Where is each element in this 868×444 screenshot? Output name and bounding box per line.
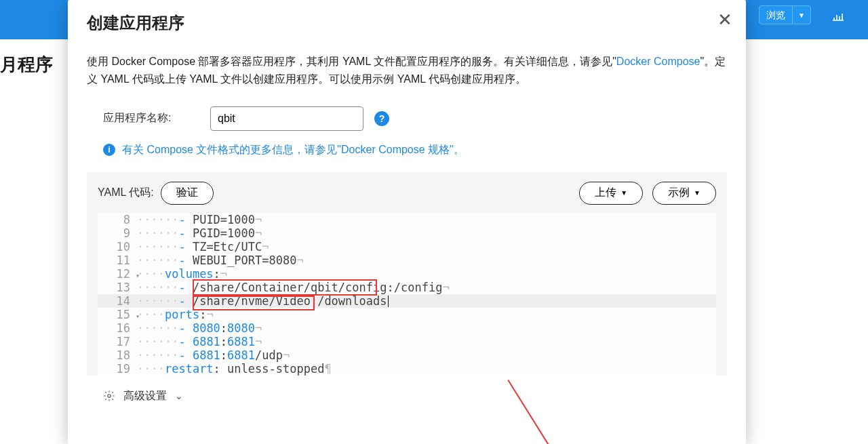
app-name-input[interactable] bbox=[210, 106, 363, 131]
upload-button[interactable]: 上传▼ bbox=[579, 182, 643, 205]
code-line: 9 ······- PGID=1000¬ bbox=[98, 226, 716, 240]
code-line: 19 ····restart: unless-stopped¶ bbox=[98, 362, 716, 376]
chevron-down-icon: ▼ bbox=[694, 189, 701, 197]
info-icon bbox=[103, 144, 115, 156]
advanced-settings-toggle[interactable]: 高级设置 ⌄ bbox=[87, 389, 727, 403]
app-menu-icon[interactable] bbox=[830, 7, 846, 23]
code-line: 17 ······- 6881:6881¬ bbox=[98, 335, 716, 348]
code-line-active: 14 ······- /share/nvme/Video:/downloads bbox=[98, 294, 716, 308]
text-cursor bbox=[388, 296, 389, 307]
chevron-down-icon[interactable]: ▼ bbox=[793, 12, 810, 19]
modal-title: 创建应用程序 bbox=[87, 12, 727, 34]
desc-text-pre: 使用 Docker Compose 部署多容器应用程序，其利用 YAML 文件配… bbox=[87, 56, 616, 67]
yaml-label: YAML 代码: bbox=[98, 186, 154, 200]
help-icon[interactable]: ? bbox=[374, 111, 389, 126]
yaml-panel: YAML 代码: 验证 上传▼ 示例▼ 8 ······- PUID=1000¬… bbox=[87, 172, 727, 376]
create-app-modal: ✕ 创建应用程序 使用 Docker Compose 部署多容器应用程序，其利用… bbox=[68, 0, 746, 444]
advanced-settings-label: 高级设置 bbox=[123, 389, 167, 403]
chevron-down-icon: ▼ bbox=[620, 189, 627, 197]
upload-button-label: 上传 bbox=[595, 186, 616, 200]
yaml-editor[interactable]: 8 ······- PUID=1000¬ 9 ······- PGID=1000… bbox=[98, 213, 716, 376]
line-number: 12▾ bbox=[98, 267, 137, 281]
browse-button-label: 浏览 bbox=[760, 6, 793, 24]
yaml-header: YAML 代码: 验证 上传▼ 示例▼ bbox=[98, 182, 716, 205]
browse-button[interactable]: 浏览 ▼ bbox=[759, 5, 811, 24]
line-number: 9 bbox=[98, 226, 137, 240]
code-line: 15▾ ····ports:¬ bbox=[98, 308, 716, 321]
code-line: 13 ······- /share/Container/qbit/config:… bbox=[98, 281, 716, 294]
example-button-label: 示例 bbox=[668, 186, 690, 200]
compose-spec-link[interactable]: Docker Compose 规格 bbox=[341, 144, 450, 155]
page-heading-fragment: 月程序 bbox=[0, 53, 53, 77]
compose-spec-info: 有关 Compose 文件格式的更多信息，请参见"Docker Compose … bbox=[87, 143, 727, 157]
validate-button[interactable]: 验证 bbox=[161, 182, 214, 205]
info-text-pre: 有关 Compose 文件格式的更多信息，请参见" bbox=[122, 144, 341, 155]
app-name-label: 应用程序名称: bbox=[87, 111, 210, 125]
info-text-post: "。 bbox=[450, 144, 465, 155]
code-line: 8 ······- PUID=1000¬ bbox=[98, 213, 716, 226]
app-name-row: 应用程序名称: ? bbox=[87, 106, 727, 131]
code-line: 11 ······- WEBUI_PORT=8080¬ bbox=[98, 254, 716, 267]
line-number: 10 bbox=[98, 240, 137, 254]
line-number: 14 bbox=[98, 294, 137, 308]
line-number: 11 bbox=[98, 254, 137, 267]
docker-compose-link[interactable]: Docker Compose bbox=[616, 56, 701, 67]
code-line: 16 ······- 8080:8080¬ bbox=[98, 321, 716, 335]
code-line: 12▾ ····volumes:¬ bbox=[98, 267, 716, 281]
close-icon[interactable]: ✕ bbox=[717, 11, 732, 28]
line-number: 19 bbox=[98, 362, 137, 376]
gear-icon bbox=[103, 390, 115, 402]
line-number: 16 bbox=[98, 321, 137, 335]
modal-description: 使用 Docker Compose 部署多容器应用程序，其利用 YAML 文件配… bbox=[87, 53, 727, 89]
line-number: 13 bbox=[98, 281, 137, 294]
line-number: 8 bbox=[98, 213, 137, 226]
chevron-down-icon: ⌄ bbox=[175, 390, 183, 401]
line-number: 17 bbox=[98, 335, 137, 348]
code-line: 18 ······- 6881:6881/udp¬ bbox=[98, 348, 716, 362]
example-button[interactable]: 示例▼ bbox=[652, 182, 716, 205]
code-line: 10 ······- TZ=Etc/UTC¬ bbox=[98, 240, 716, 254]
line-number: 15▾ bbox=[98, 308, 137, 321]
validate-button-label: 验证 bbox=[176, 186, 198, 200]
line-number: 18 bbox=[98, 348, 137, 362]
svg-point-0 bbox=[108, 395, 111, 398]
